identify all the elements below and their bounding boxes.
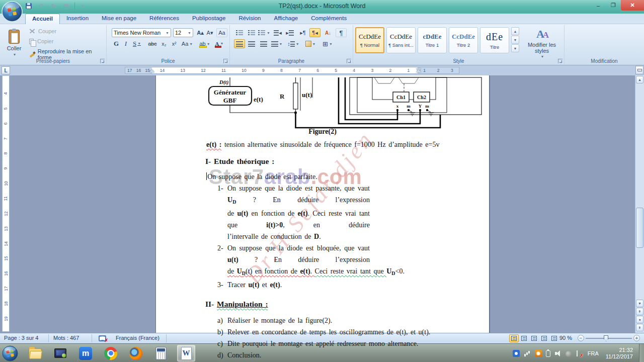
zoom-in-button[interactable]: + <box>633 335 640 341</box>
cut-button[interactable]: Couper <box>29 28 56 34</box>
hanging-indent-marker[interactable] <box>416 69 421 72</box>
office-button[interactable] <box>2 1 23 22</box>
volume-icon[interactable] <box>554 350 561 357</box>
firefox-taskbar-button[interactable] <box>127 345 145 361</box>
underline-button[interactable]: S▼ <box>131 39 143 48</box>
tab-stop-selector[interactable]: L <box>2 66 10 74</box>
scrollbar-thumb[interactable] <box>636 208 643 248</box>
paste-button[interactable]: Coller ▼ <box>3 27 25 58</box>
proofing-status-icon[interactable] <box>99 335 106 341</box>
scheduler-icon[interactable] <box>535 350 542 357</box>
shading-button[interactable]: ▼ <box>303 39 317 48</box>
style-normal[interactable]: CcDdEe¶ Normal <box>355 27 384 53</box>
align-center-button[interactable] <box>246 39 257 48</box>
sort-button[interactable]: A↓ <box>323 28 334 37</box>
full-screen-reading-view-button[interactable] <box>519 334 529 342</box>
start-taskbar-button[interactable] <box>1 345 19 361</box>
restore-button[interactable]: ❐ <box>606 0 621 11</box>
change-styles-button[interactable]: AA Modifier les styles ▼ <box>522 27 561 58</box>
align-right-button[interactable] <box>258 39 269 48</box>
right-indent-marker[interactable] <box>149 69 154 72</box>
language-indicator[interactable]: Français (France) <box>116 335 159 341</box>
zoom-level[interactable]: 90 % <box>559 335 572 341</box>
print-layout-view-button[interactable] <box>509 334 519 342</box>
strikethrough-button[interactable]: abc <box>146 39 159 48</box>
horizontal-ruler[interactable]: 171615 1413121110987654321 123 <box>125 67 459 74</box>
style-titre-1[interactable]: cDdEeTitre 1 <box>418 27 447 53</box>
line-spacing-button[interactable]: ↕▼ <box>286 39 300 48</box>
superscript-button[interactable]: x² <box>169 39 179 48</box>
tab-accueil[interactable]: Accueil <box>25 14 60 24</box>
outline-view-button[interactable] <box>539 334 549 342</box>
left-to-right-button[interactable]: ▸¶ <box>297 28 308 37</box>
chrome-taskbar-button[interactable] <box>102 345 120 361</box>
borders-button[interactable]: ⊞▼ <box>320 39 335 48</box>
clipboard-dialog-launcher[interactable] <box>100 59 105 63</box>
next-page-button[interactable]: ⇟ <box>636 324 643 331</box>
numbering-button[interactable] <box>246 28 257 37</box>
explorer-taskbar-button[interactable] <box>26 345 44 361</box>
gallery-scroll-down-button[interactable]: ▼ <box>511 36 519 44</box>
paragraph-dialog-launcher[interactable] <box>347 59 351 63</box>
gallery-more-button[interactable]: ▼ <box>511 44 519 52</box>
previous-page-button[interactable]: ⇞ <box>636 308 643 315</box>
page-indicator[interactable]: Page : 3 sur 4 <box>4 335 39 341</box>
display-icon[interactable] <box>566 351 572 357</box>
scroll-down-button[interactable]: ▼ <box>636 300 643 307</box>
right-to-left-button[interactable]: ¶◂ <box>309 28 320 37</box>
tab-complements[interactable]: Compléments <box>304 14 353 24</box>
tab-revision[interactable]: Révision <box>232 14 267 24</box>
tab-affichage[interactable]: Affichage <box>268 14 305 24</box>
zoom-out-button[interactable]: − <box>578 335 584 341</box>
copy-button[interactable]: Copier <box>29 38 53 44</box>
zoom-slider[interactable]: − + <box>578 334 640 342</box>
increase-indent-button[interactable]: ▸ <box>284 28 295 37</box>
bullets-button[interactable] <box>234 28 245 37</box>
document-page[interactable]: Générateur GBF e(t) R u(t) D(t) Ch1 Ch2 … <box>156 75 489 333</box>
remote-desktop-taskbar-button[interactable] <box>51 345 69 361</box>
zoom-slider-thumb[interactable] <box>604 335 608 341</box>
tab-insertion[interactable]: Insertion <box>60 14 95 24</box>
circuit-figure[interactable]: Générateur GBF e(t) R u(t) D(t) Ch1 Ch2 … <box>186 75 488 131</box>
language-bar[interactable]: FRA <box>588 350 599 356</box>
zoom-slider-track[interactable] <box>586 338 632 339</box>
network-signal-icon[interactable] <box>524 350 531 357</box>
browse-object-button[interactable]: ● <box>636 316 643 323</box>
vertical-scrollbar[interactable]: ▲ ▼ ⇞ ● ⇟ <box>635 75 644 333</box>
show-marks-button[interactable]: ¶ <box>336 28 347 37</box>
clock[interactable]: 21:32 11/12/2017 <box>606 347 633 360</box>
tab-publipostage[interactable]: Publipostage <box>186 14 232 24</box>
web-layout-view-button[interactable] <box>529 334 539 342</box>
tab-references[interactable]: Références <box>143 14 186 24</box>
font-name-combobox[interactable]: Times New Roman▼ <box>112 28 171 37</box>
change-case-button[interactable]: Aa▼ <box>180 39 194 48</box>
draft-view-button[interactable] <box>549 334 559 342</box>
scroll-up-button[interactable]: ▲ <box>636 76 643 83</box>
bold-button[interactable]: G <box>112 39 121 48</box>
word-count[interactable]: Mots : 467 <box>53 335 79 341</box>
font-color-button[interactable]: A▼ <box>213 39 225 48</box>
italic-button[interactable]: I <box>122 39 130 48</box>
font-size-combobox[interactable]: 12▼ <box>173 28 193 37</box>
styles-dialog-launcher[interactable] <box>558 59 562 63</box>
justify-button[interactable]: ▼ <box>270 39 283 48</box>
style-titre[interactable]: dEeTitre <box>480 27 509 53</box>
gallery-scroll-up-button[interactable]: ▲ <box>511 27 519 35</box>
ruler-toggle-button[interactable] <box>635 66 643 74</box>
subscript-button[interactable]: x₂ <box>159 39 169 48</box>
decrease-indent-button[interactable]: ◂ <box>272 28 283 37</box>
grow-font-button[interactable]: A▴ <box>195 28 205 37</box>
clear-formatting-button[interactable]: Aa <box>216 28 227 37</box>
multilevel-list-button[interactable]: ▼ <box>258 28 270 37</box>
highlight-button[interactable]: ab▼ <box>198 39 211 48</box>
font-dialog-launcher[interactable] <box>223 59 228 63</box>
minimize-button[interactable]: – <box>591 0 606 11</box>
updates-icon[interactable] <box>513 350 520 357</box>
close-button[interactable]: ✕ <box>621 0 644 11</box>
vertical-ruler[interactable]: 45678910111213141516171819 <box>2 75 10 332</box>
style-sans-int[interactable]: CcDdEe¶ Sans int... <box>386 27 416 53</box>
tab-mise-en-page[interactable]: Mise en page <box>95 14 143 24</box>
maxthon-taskbar-button[interactable]: m <box>76 345 95 361</box>
shrink-font-button[interactable]: A▾ <box>205 28 214 37</box>
align-left-button[interactable] <box>234 39 245 48</box>
